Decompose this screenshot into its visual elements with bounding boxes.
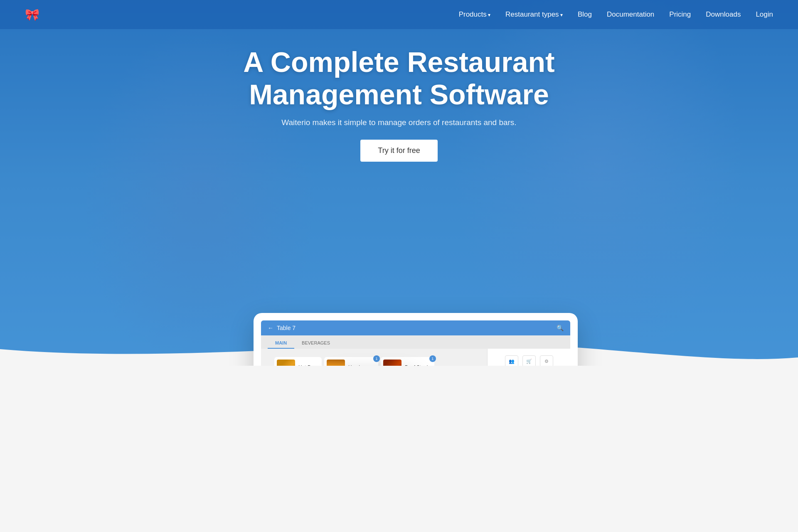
navbar: 🎀 Products Restaurant types Blog Documen… [0,0,798,29]
mockup-area: The Steakhouse Home ORDERS TABLES MENU S… [170,313,628,366]
tablet-sidebar: 👥 🛒 ⚙ Table 7 Customers 2 [487,349,570,366]
tablet-header-left: ← Table 7 [268,325,296,331]
sidebar-icon-people[interactable]: 👥 [505,355,518,366]
hero-subtitle: Waiterio makes it simple to manage order… [281,118,516,127]
bottom-section [0,366,798,532]
hero-section: A Complete Restaurant Management Softwar… [0,0,798,366]
hamburger-badge: 1 [373,355,380,362]
menu-item-hotdog[interactable]: Hot Dog [274,357,322,366]
hero-title: A Complete Restaurant Management Softwar… [243,46,554,111]
steak-badge: 1 [429,355,436,362]
sidebar-icons: 👥 🛒 ⚙ [492,353,566,366]
sidebar-icon-cart[interactable]: 🛒 [522,355,536,366]
nav-login[interactable]: Login [756,10,773,19]
cta-button[interactable]: Try it for free [360,140,437,162]
nav-blog[interactable]: Blog [578,10,592,19]
tab-main[interactable]: MAIN [268,338,294,349]
hotdog-image [277,360,295,366]
hotdog-label: Hot Dog [298,365,317,366]
sidebar-icon-settings[interactable]: ⚙ [540,355,553,366]
menu-item-steak[interactable]: Beaf Steak 1 [381,357,434,366]
tablet-search-icon[interactable]: 🔍 [557,325,564,331]
menu-items-row: Hot Dog Hamburger 1 Beaf Steak 1 [268,353,480,366]
hamburger-image [327,360,345,366]
nav-documentation[interactable]: Documentation [607,10,654,19]
tablet-table-title: Table 7 [277,325,296,331]
tablet-mockup: ← Table 7 🔍 MAIN BEVERAGES [254,313,578,366]
nav-links: Products Restaurant types Blog Documenta… [459,10,773,19]
tablet-header: ← Table 7 🔍 [261,320,570,335]
logo[interactable]: 🎀 [25,8,39,22]
bowtie-icon: 🎀 [25,8,39,22]
hero-content: A Complete Restaurant Management Softwar… [0,46,798,162]
back-arrow-icon[interactable]: ← [268,325,273,331]
tablet-screen: ← Table 7 🔍 MAIN BEVERAGES [261,320,570,366]
tablet-tab-bar: MAIN BEVERAGES [261,335,570,349]
hamburger-label: Hamburger [348,365,373,366]
nav-restaurant-types[interactable]: Restaurant types [505,10,563,19]
tablet-main-area: Hot Dog Hamburger 1 Beaf Steak 1 [261,349,487,366]
menu-item-hamburger[interactable]: Hamburger 1 [324,357,378,366]
steak-label: Beaf Steak [405,365,429,366]
nav-downloads[interactable]: Downloads [706,10,741,19]
steak-image [383,360,401,366]
nav-pricing[interactable]: Pricing [669,10,691,19]
tablet-body: Hot Dog Hamburger 1 Beaf Steak 1 [261,349,570,366]
nav-products[interactable]: Products [459,10,490,19]
tab-beverages[interactable]: BEVERAGES [294,338,337,349]
